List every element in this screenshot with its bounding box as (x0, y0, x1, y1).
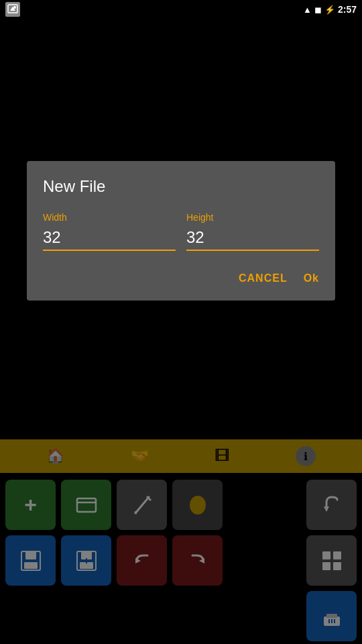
battery-icon: ⚡ (324, 5, 335, 15)
dialog-title: New File (43, 177, 319, 196)
dialog-fields: Width Height (43, 212, 319, 251)
new-file-dialog: New File Width Height CANCEL Ok (27, 161, 335, 301)
dialog-actions: CANCEL Ok (43, 272, 319, 284)
status-right: ▲ ◼ ⚡ 2:57 (303, 4, 357, 15)
dialog-overlay: New File Width Height CANCEL Ok (0, 19, 362, 644)
ok-button[interactable]: Ok (304, 272, 319, 284)
status-bar: ▲ ◼ ⚡ 2:57 (0, 0, 362, 19)
width-label: Width (43, 212, 176, 223)
status-left (5, 2, 20, 17)
width-input[interactable] (43, 225, 176, 251)
height-field: Height (186, 212, 319, 251)
svg-point-2 (13, 6, 16, 9)
width-field: Width (43, 212, 176, 251)
height-label: Height (186, 212, 319, 223)
status-time: 2:57 (338, 4, 357, 15)
wifi-icon: ▲ (303, 5, 312, 15)
height-input[interactable] (186, 225, 319, 251)
app-icon (5, 2, 20, 17)
signal-icon: ◼ (314, 5, 322, 15)
cancel-button[interactable]: CANCEL (239, 272, 288, 284)
